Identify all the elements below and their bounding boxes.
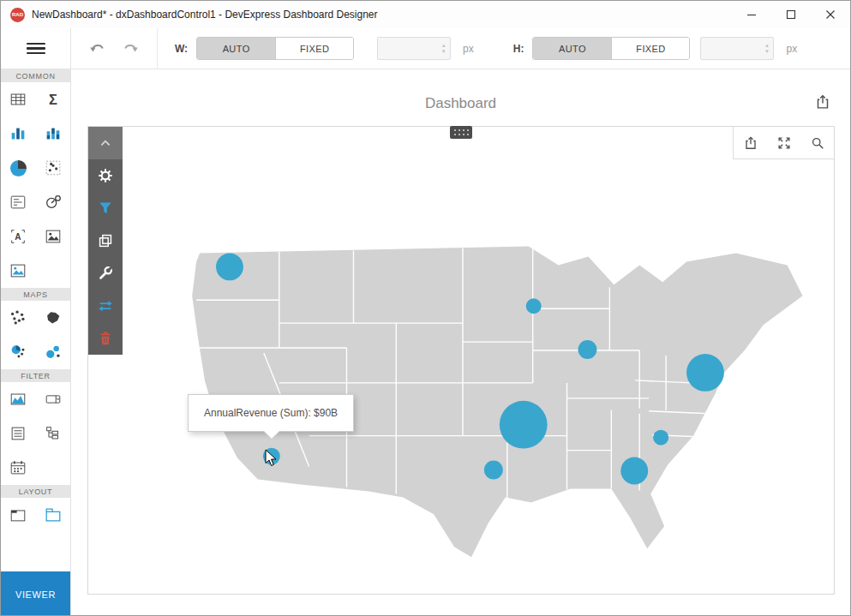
minimize-button[interactable] <box>732 1 771 28</box>
toolbox-item-list-box[interactable] <box>1 416 36 451</box>
width-label: W: <box>175 43 188 55</box>
text-box-icon: A <box>9 227 27 246</box>
svg-text:Σ: Σ <box>49 92 57 107</box>
height-input[interactable] <box>701 38 760 59</box>
map-bubble[interactable] <box>526 298 542 314</box>
window-title: NewDashboard* - dxDashboardControl1 - De… <box>32 9 732 21</box>
toolbox-item-image[interactable] <box>36 219 71 254</box>
main-toolbar: W: AUTO FIXED ▲▼ px H: AUTO FIXED ▲▼ px <box>1 28 850 69</box>
toolbox-item-bound-image[interactable] <box>1 254 36 288</box>
width-input[interactable] <box>378 38 437 59</box>
undo-button[interactable] <box>81 33 114 65</box>
item-zoom-button[interactable] <box>800 127 834 158</box>
common-tools: Σ <box>1 82 70 288</box>
height-auto-button[interactable]: AUTO <box>533 38 611 59</box>
tab-container-icon <box>44 505 63 524</box>
pie-icon <box>10 160 27 176</box>
map-bubble[interactable] <box>484 461 503 480</box>
toolbox-item-pivot[interactable]: Σ <box>36 82 71 117</box>
toolbox-item-cards[interactable] <box>1 185 36 219</box>
toolbox-item-range-filter[interactable] <box>1 382 36 416</box>
map-bubble[interactable] <box>653 430 668 446</box>
app-logo-icon: RAD <box>10 8 25 22</box>
tooltip-text: AnnualRevenue (Sum): $90B <box>204 407 338 419</box>
map-bubble[interactable] <box>216 253 243 280</box>
item-export-button[interactable] <box>734 127 767 158</box>
width-fixed-button[interactable]: FIXED <box>275 38 353 59</box>
redo-button[interactable] <box>114 33 147 65</box>
menu-button[interactable] <box>1 28 71 69</box>
toolbox-item-tree-view[interactable] <box>36 416 71 451</box>
toolbox-item-gauges[interactable] <box>36 185 71 219</box>
height-fixed-button[interactable]: FIXED <box>611 38 689 59</box>
swap-arrows-icon <box>96 296 115 315</box>
gear-icon <box>96 166 115 185</box>
height-mode-toggle: AUTO FIXED <box>532 37 690 60</box>
grid-icon <box>9 90 27 109</box>
filter-tools <box>1 382 70 485</box>
trash-icon <box>96 329 115 348</box>
viewer-button[interactable]: VIEWER <box>1 571 70 616</box>
toolbox-item-date-filter[interactable] <box>1 451 36 485</box>
height-spin-arrows[interactable]: ▲▼ <box>760 38 773 59</box>
section-header-maps: MAPS <box>1 288 70 301</box>
toolbox-item-pie[interactable] <box>1 151 36 185</box>
toolbar-separator <box>157 28 158 69</box>
map-bubble[interactable] <box>500 401 548 449</box>
hamburger-icon <box>27 40 45 57</box>
item-maximize-button[interactable] <box>767 127 800 158</box>
us-map[interactable] <box>88 127 834 594</box>
choropleth-map-icon <box>44 308 63 327</box>
toolbox-item-text-box[interactable]: A <box>1 219 36 254</box>
close-button[interactable] <box>811 1 850 28</box>
toolbox-item-tab-container[interactable] <box>36 498 71 532</box>
item-duplicate-button[interactable] <box>88 224 123 257</box>
item-convert-button[interactable] <box>88 290 123 322</box>
dashboard-title: Dashboard <box>71 95 850 112</box>
toolbox-item-choropleth-map[interactable] <box>36 301 71 335</box>
maximize-window-icon <box>786 9 796 20</box>
export-icon <box>742 135 759 152</box>
height-spinner: ▲▼ <box>700 37 774 60</box>
minimize-icon <box>746 9 757 20</box>
cards-icon <box>9 193 27 212</box>
toolbox-spacer <box>36 451 71 485</box>
item-corner-toolbar <box>733 127 834 159</box>
toolbox-item-scatter[interactable] <box>36 151 71 185</box>
toolbox-item-chart[interactable] <box>1 117 36 151</box>
designer-canvas: Dashboard <box>71 69 850 616</box>
map-bubble[interactable] <box>578 340 596 359</box>
map-dashboard-item[interactable]: AnnualRevenue (Sum): $90B <box>87 126 835 595</box>
toolbox-item-group[interactable] <box>1 498 36 532</box>
date-filter-icon <box>9 458 27 477</box>
filter-icon <box>96 199 115 218</box>
dashboard-export-button[interactable] <box>813 93 832 115</box>
item-collapse-button[interactable] <box>88 127 123 159</box>
magnifier-icon <box>809 135 826 152</box>
layers-icon <box>96 231 115 250</box>
toolbox-item-geo-point-map[interactable] <box>1 301 36 335</box>
map-bubble[interactable] <box>686 354 724 392</box>
width-auto-button[interactable]: AUTO <box>197 38 275 59</box>
item-drag-handle[interactable] <box>450 126 472 139</box>
item-settings-button[interactable] <box>88 159 123 192</box>
width-spin-arrows[interactable]: ▲▼ <box>437 38 450 59</box>
width-px-label: px <box>463 43 474 55</box>
toolbox-item-combo-box[interactable] <box>36 382 71 416</box>
wrench-icon <box>96 264 115 283</box>
item-delete-button[interactable] <box>88 322 123 355</box>
width-mode-toggle: AUTO FIXED <box>196 37 354 60</box>
toolbox-item-stacked-chart[interactable] <box>36 117 71 151</box>
toolbox-item-bubble-map[interactable] <box>36 335 71 369</box>
maximize-button[interactable] <box>771 1 811 28</box>
map-bubble[interactable] <box>620 458 648 485</box>
gauges-icon <box>44 193 63 212</box>
item-filter-button[interactable] <box>88 192 123 224</box>
pie-map-icon <box>9 343 27 362</box>
drag-dots-icon <box>453 129 469 136</box>
tree-view-icon <box>44 424 63 443</box>
toolbox-item-pie-map[interactable] <box>1 335 36 369</box>
item-options-button[interactable] <box>88 257 123 290</box>
bound-image-icon <box>9 261 27 280</box>
toolbox-item-grid[interactable] <box>1 82 36 117</box>
